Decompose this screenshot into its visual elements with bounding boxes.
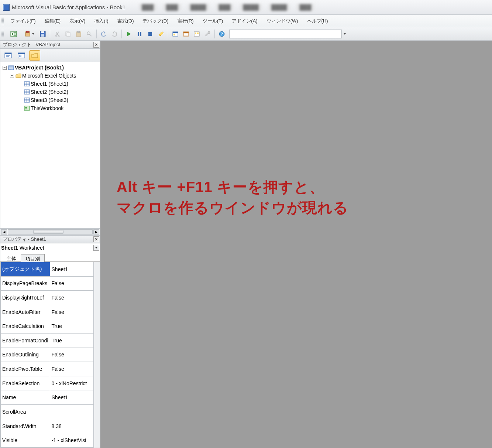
cut-button[interactable] [52,29,62,39]
tree-folder[interactable]: − Microsoft Excel Objects [1,72,99,80]
svg-rect-32 [19,55,21,57]
property-row[interactable]: EnablePivotTableFalse [1,362,94,376]
search-input[interactable] [229,30,342,38]
property-value[interactable]: Sheet1 [50,262,94,277]
property-row[interactable]: Visible-1 - xlSheetVisi [1,433,94,448]
reset-button[interactable] [145,29,155,39]
menu-i[interactable]: 挿入(I) [90,16,113,26]
toolbar-grip[interactable] [1,17,4,25]
property-name: DisplayPageBreaks [1,276,50,291]
collapse-icon[interactable]: − [3,66,7,70]
property-row[interactable]: ScrollArea [1,405,94,419]
property-value[interactable]: False [50,305,94,319]
property-value[interactable]: False [50,362,94,376]
undo-button[interactable] [99,29,109,39]
svg-text:?: ? [221,32,223,36]
tree-item[interactable]: Sheet1 (Sheet1) [1,80,99,88]
menu-w[interactable]: ウィンドウ(W) [262,16,303,26]
property-row[interactable]: EnableCalculationTrue [1,319,94,334]
view-excel-button[interactable] [6,29,21,39]
redo-button[interactable] [110,29,119,39]
find-button[interactable] [85,29,94,39]
property-value[interactable]: True [50,319,94,334]
property-row[interactable]: DisplayPageBreaksFalse [1,276,94,291]
menu-r[interactable]: 実行(R) [173,16,198,26]
properties-vscrollbar[interactable] [94,262,100,448]
tree-item[interactable]: Sheet3 (Sheet3) [1,96,99,104]
svg-rect-34 [24,82,30,86]
toolbox-button[interactable] [203,29,212,39]
menu-o[interactable]: 書式(O) [113,16,138,26]
paste-button[interactable] [74,29,83,39]
properties-window-button[interactable] [181,29,191,39]
svg-rect-21 [183,32,189,33]
close-project-explorer-button[interactable]: × [93,42,99,48]
close-properties-button[interactable]: × [93,236,99,242]
view-code-button[interactable] [3,50,14,61]
view-object-button[interactable] [16,50,27,61]
design-mode-button[interactable] [156,29,166,39]
project-explorer-button[interactable] [171,29,180,39]
properties-grid[interactable]: (オブジェクト名)Sheet1DisplayPageBreaksFalseDis… [0,262,100,448]
property-value[interactable]: Sheet1 [50,390,94,405]
project-hscrollbar[interactable]: ◂ ▸ [0,228,100,235]
collapse-icon[interactable]: − [10,74,14,78]
tree-item[interactable]: ThisWorkbook [1,104,99,112]
property-value[interactable] [50,405,94,419]
standard-toolbar: ? [0,27,492,41]
toggle-folders-button[interactable] [29,50,40,61]
property-row[interactable]: EnableAutoFilterFalse [1,305,94,319]
property-row[interactable]: (オブジェクト名)Sheet1 [1,262,94,277]
property-value[interactable]: True [50,334,94,348]
insert-item-dropdown[interactable] [22,29,37,39]
save-button[interactable] [38,29,48,39]
svg-rect-18 [173,32,178,33]
svg-rect-14 [138,32,139,36]
search-dropdown-arrow[interactable] [343,30,347,38]
tree-root[interactable]: − VBAProject (Book1) [1,64,99,72]
tab-categorized[interactable]: 項目別 [21,254,45,262]
property-value[interactable]: -1 - xlSheetVisi [50,433,94,448]
svg-point-13 [87,32,90,35]
property-value[interactable]: 0 - xlNoRestrict [50,376,94,390]
property-row[interactable]: DisplayRightToLefFalse [1,291,94,305]
property-row[interactable]: EnableSelection0 - xlNoRestrict [1,376,94,390]
svg-rect-24 [197,33,199,34]
property-name: (オブジェクト名) [1,262,50,277]
menu-f[interactable]: ファイル(F) [6,16,40,26]
project-explorer-toolbar [0,49,100,62]
mdi-client-area [100,41,492,448]
svg-rect-37 [24,106,30,110]
property-value[interactable]: False [50,348,94,362]
tab-alphabetic[interactable]: 全体 [2,254,21,261]
properties-object-selector[interactable]: Sheet1 Worksheet [0,243,100,252]
property-value[interactable]: 8.38 [50,419,94,433]
menu-e[interactable]: 編集(E) [40,16,65,26]
menu-d[interactable]: デバッグ(D) [138,16,173,26]
toolbar-grip[interactable] [1,30,4,38]
property-row[interactable]: EnableFormatCondiTrue [1,334,94,348]
scroll-right-arrow[interactable]: ▸ [93,229,99,235]
project-tree[interactable]: − VBAProject (Book1) − Microsoft Excel O… [0,62,100,228]
break-button[interactable] [135,29,144,39]
property-value[interactable]: False [50,291,94,305]
app-icon [3,4,10,11]
object-dropdown-arrow[interactable] [93,245,99,251]
help-button[interactable]: ? [217,29,227,39]
menu-t[interactable]: ツール(T) [198,16,228,26]
property-row[interactable]: NameSheet1 [1,390,94,405]
scroll-left-arrow[interactable]: ◂ [1,229,7,235]
property-row[interactable]: StandardWidth8.38 [1,419,94,433]
blurred-background-tabs: ████████████████████████ [139,3,489,11]
object-browser-button[interactable] [192,29,202,39]
menu-a[interactable]: アドイン(A) [227,16,262,26]
property-row[interactable]: EnableOutliningFalse [1,348,94,362]
tree-item[interactable]: Sheet2 (Sheet2) [1,88,99,96]
scroll-thumb[interactable] [8,229,93,235]
property-name: Name [1,390,50,405]
property-value[interactable]: False [50,276,94,291]
menu-v[interactable]: 表示(V) [65,16,90,26]
run-button[interactable] [124,29,134,39]
menu-h[interactable]: ヘルプ(H) [303,16,333,26]
copy-button[interactable] [63,29,73,39]
